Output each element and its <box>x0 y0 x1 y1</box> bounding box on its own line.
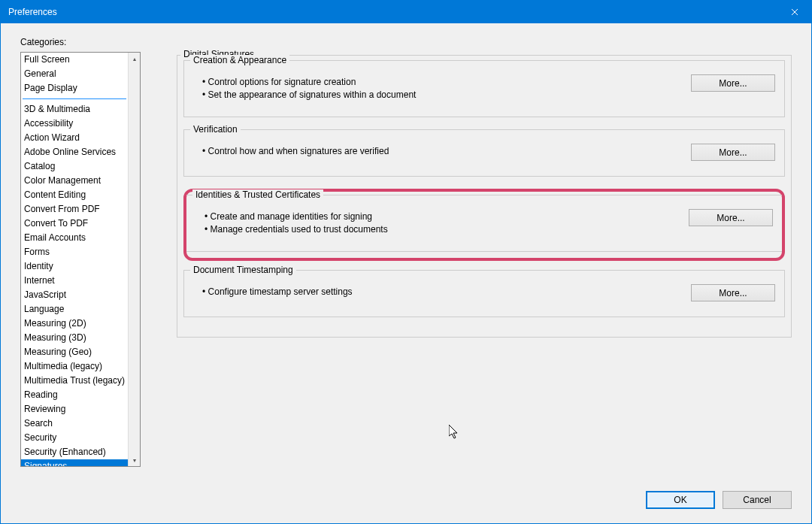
dialog-body: Categories: Full ScreenGeneralPage Displ… <box>1 23 811 524</box>
section-title: Identities & Trusted Certificates <box>192 189 323 200</box>
main-panel: Digital Signatures Creation & Appearance… <box>177 52 792 467</box>
more-button[interactable]: More... <box>691 284 775 301</box>
settings-section: VerificationControl how and when signatu… <box>183 129 785 177</box>
bullet-text: Set the appearance of signatures within … <box>202 89 416 101</box>
category-item[interactable]: Measuring (2D) <box>21 317 128 331</box>
bullet-text: Create and manage identities for signing <box>205 211 388 223</box>
section-description: Control how and when signatures are veri… <box>202 145 389 158</box>
bullet-text: Control options for signature creation <box>202 76 416 89</box>
category-item[interactable]: Reading <box>21 388 128 402</box>
category-item[interactable]: Reviewing <box>21 402 128 416</box>
dialog-footer: OK Cancel <box>646 491 792 509</box>
list-separator <box>23 98 126 99</box>
category-item[interactable]: Accessibility <box>21 117 128 131</box>
bullet-text: Control how and when signatures are veri… <box>202 145 389 158</box>
section-description: Configure timestamp server settings <box>202 286 353 298</box>
section-description: Create and manage identities for signing… <box>205 211 388 236</box>
titlebar: Preferences <box>1 1 811 23</box>
category-item[interactable]: Measuring (Geo) <box>21 345 128 359</box>
scroll-down-icon[interactable]: ▾ <box>129 454 141 466</box>
category-item[interactable]: Full Screen <box>21 53 128 67</box>
close-button[interactable] <box>777 1 811 23</box>
section-title: Creation & Appearance <box>190 55 289 65</box>
category-item[interactable]: Content Editing <box>21 188 128 202</box>
bullet-text: Manage credentials used to trust documen… <box>205 223 388 236</box>
more-button[interactable]: More... <box>689 209 773 226</box>
section-title: Verification <box>190 124 241 135</box>
close-icon <box>791 8 798 16</box>
cancel-button[interactable]: Cancel <box>723 491 792 509</box>
section-description: Control options for signature creationSe… <box>202 76 416 101</box>
categories-label: Categories: <box>20 37 792 47</box>
category-item[interactable]: Measuring (3D) <box>21 331 128 345</box>
categories-listbox[interactable]: Full ScreenGeneralPage Display3D & Multi… <box>20 52 141 467</box>
category-item[interactable]: Forms <box>21 245 128 259</box>
window-title: Preferences <box>8 7 57 17</box>
category-item[interactable]: Signatures <box>21 459 128 466</box>
category-item[interactable]: Adobe Online Services <box>21 145 128 159</box>
scrollbar[interactable]: ▴ ▾ <box>128 53 140 466</box>
category-item[interactable]: Identity <box>21 259 128 274</box>
category-item[interactable]: Security <box>21 431 128 445</box>
section-title: Document Timestamping <box>190 265 296 275</box>
settings-section: Document TimestampingConfigure timestamp… <box>183 270 785 317</box>
category-item[interactable]: Convert From PDF <box>21 202 128 217</box>
ok-button[interactable]: OK <box>646 491 715 509</box>
settings-section: Identities & Trusted CertificatesCreate … <box>186 195 782 252</box>
category-item[interactable]: Color Management <box>21 174 128 188</box>
category-item[interactable]: 3D & Multimedia <box>21 102 128 117</box>
category-item[interactable]: General <box>21 67 128 81</box>
category-item[interactable]: Convert To PDF <box>21 217 128 231</box>
settings-section: Creation & AppearanceControl options for… <box>183 60 785 117</box>
more-button[interactable]: More... <box>691 74 775 92</box>
category-item[interactable]: Internet <box>21 274 128 288</box>
category-item[interactable]: Email Accounts <box>21 231 128 245</box>
category-item[interactable]: Catalog <box>21 159 128 174</box>
category-item[interactable]: Search <box>21 416 128 431</box>
highlighted-section: Identities & Trusted CertificatesCreate … <box>183 189 785 261</box>
more-button[interactable]: More... <box>691 144 775 161</box>
category-item[interactable]: Security (Enhanced) <box>21 445 128 459</box>
category-item[interactable]: Multimedia (legacy) <box>21 359 128 374</box>
digital-signatures-group: Digital Signatures Creation & Appearance… <box>177 55 792 338</box>
category-item[interactable]: JavaScript <box>21 288 128 302</box>
category-item[interactable]: Page Display <box>21 81 128 95</box>
category-item[interactable]: Action Wizard <box>21 131 128 145</box>
category-item[interactable]: Multimedia Trust (legacy) <box>21 374 128 388</box>
category-item[interactable]: Language <box>21 302 128 317</box>
scroll-up-icon[interactable]: ▴ <box>129 53 141 65</box>
bullet-text: Configure timestamp server settings <box>202 286 353 298</box>
